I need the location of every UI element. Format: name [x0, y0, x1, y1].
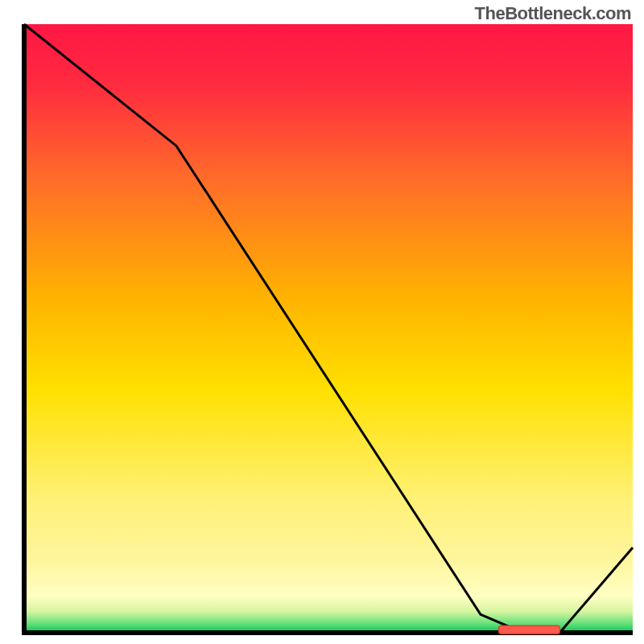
plot-background: [24, 24, 633, 633]
chart-svg: [0, 0, 644, 644]
optimal-marker: [499, 625, 560, 634]
bottleneck-chart: TheBottleneck.com: [0, 0, 644, 644]
